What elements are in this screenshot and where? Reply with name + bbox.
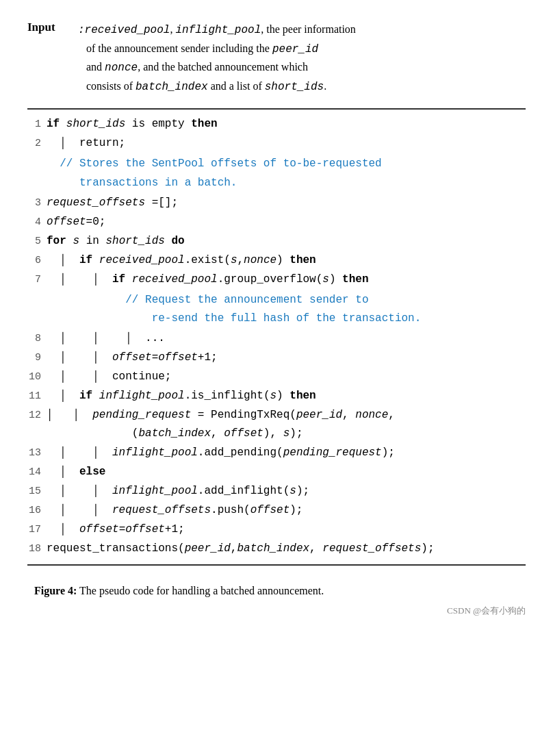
- line-num-6: 6: [27, 251, 47, 270]
- line-content-1: if short_ids is empty then: [47, 115, 526, 134]
- line-content-2: │ return;: [47, 134, 526, 153]
- line-content-17: │ offset=offset+1;: [47, 520, 526, 539]
- line-num-18: 18: [27, 540, 47, 558]
- line-content-15: │ │ inflight_pool.add_inflight(s);: [47, 482, 526, 501]
- algo-line-12: 12 │ │ pending_request = PendingTxReq(pe…: [27, 406, 526, 443]
- figure-caption-text: The pseudo code for handling a batched a…: [79, 585, 324, 596]
- line-num-14: 14: [27, 463, 47, 481]
- algo-line-7: 7 │ │ if received_pool.group_overflow(s)…: [27, 270, 526, 290]
- comment-text-1: // Stores the SentPool offsets of to-be-…: [47, 155, 382, 173]
- line-num-13: 13: [27, 444, 47, 462]
- algo-comment-1: // Stores the SentPool offsets of to-be-…: [27, 155, 526, 192]
- algo-line-15: 15 │ │ inflight_pool.add_inflight(s);: [27, 482, 526, 501]
- line-num-17: 17: [27, 520, 47, 539]
- line-num-12: 12: [27, 406, 47, 425]
- line-content-10: │ │ continue;: [47, 368, 526, 386]
- line-num-8: 8: [27, 329, 47, 348]
- algo-line-8: 8 │ │ │ ...: [27, 329, 526, 349]
- line-content-4: offset=0;: [47, 213, 526, 231]
- line-num-7: 7: [27, 270, 47, 289]
- algo-line-5: 5 for s in short_ids do: [27, 232, 526, 251]
- line-content-16: │ │ request_offsets.push(offset);: [47, 501, 526, 520]
- algo-line-18: 18 request_transactions(peer_id,batch_in…: [27, 540, 526, 559]
- algo-line-14: 14 │ else: [27, 463, 526, 482]
- line-num-16: 16: [27, 501, 47, 520]
- figure-caption-label: Figure 4:: [34, 585, 77, 596]
- line-num-4: 4: [27, 213, 47, 231]
- line-content-12: │ │ pending_request = PendingTxReq(peer_…: [47, 406, 526, 443]
- line-content-13: │ │ inflight_pool.add_pending(pending_re…: [47, 444, 526, 462]
- comment-text-2b: re-send the full hash of the transaction…: [47, 310, 421, 328]
- line-content-11: │ if inflight_pool.is_inflight(s) then: [47, 387, 526, 405]
- line-num-11: 11: [27, 387, 47, 405]
- algo-line-10: 10 │ │ continue;: [27, 368, 526, 387]
- line-content-14: │ else: [47, 463, 526, 481]
- algo-line-6: 6 │ if received_pool.exist(s,nonce) then: [27, 251, 526, 270]
- line-content-5: for s in short_ids do: [47, 232, 526, 251]
- line-num-9: 9: [27, 349, 47, 367]
- figure-caption: Figure 4: The pseudo code for handling a…: [27, 582, 526, 600]
- comment-text-1b: transactions in a batch.: [47, 174, 237, 192]
- line-num-2: 2: [27, 134, 47, 153]
- input-label: Input: [27, 21, 75, 34]
- algorithm-box: 1 if short_ids is empty then 2 │ return;…: [27, 108, 526, 565]
- input-content: :received_pool, inflight_pool, the peer …: [75, 21, 356, 96]
- line-content-8: │ │ │ ...: [47, 329, 526, 348]
- line-content-6: │ if received_pool.exist(s,nonce) then: [47, 251, 526, 270]
- line-num-5: 5: [27, 232, 47, 251]
- algo-line-3: 3 request_offsets =[];: [27, 194, 526, 213]
- algo-line-9: 9 │ │ offset=offset+1;: [27, 349, 526, 368]
- line-num-1: 1: [27, 115, 47, 134]
- algo-line-11: 11 │ if inflight_pool.is_inflight(s) the…: [27, 387, 526, 406]
- algo-line-4: 4 offset=0;: [27, 213, 526, 232]
- algo-line-13: 13 │ │ inflight_pool.add_pending(pending…: [27, 444, 526, 463]
- algo-line-16: 16 │ │ request_offsets.push(offset);: [27, 501, 526, 520]
- line-content-9: │ │ offset=offset+1;: [47, 349, 526, 367]
- page-container: Input :received_pool, inflight_pool, the…: [27, 21, 526, 617]
- algo-line-1: 1 if short_ids is empty then: [27, 115, 526, 134]
- algo-line-2: 2 │ return;: [27, 134, 526, 153]
- algo-comment-2: // Request the announcement sender to re…: [27, 291, 526, 328]
- line-content-18: request_transactions(peer_id,batch_index…: [47, 540, 526, 558]
- line-num-3: 3: [27, 194, 47, 212]
- watermark: CSDN @会有小狗的: [27, 605, 526, 617]
- line-num-10: 10: [27, 368, 47, 386]
- line-content-3: request_offsets =[];: [47, 194, 526, 212]
- input-block: Input :received_pool, inflight_pool, the…: [27, 21, 526, 96]
- line-num-15: 15: [27, 482, 47, 501]
- line-content-7: │ │ if received_pool.group_overflow(s) t…: [47, 270, 526, 289]
- comment-text-2: // Request the announcement sender to: [47, 291, 368, 310]
- algo-line-17: 17 │ offset=offset+1;: [27, 520, 526, 540]
